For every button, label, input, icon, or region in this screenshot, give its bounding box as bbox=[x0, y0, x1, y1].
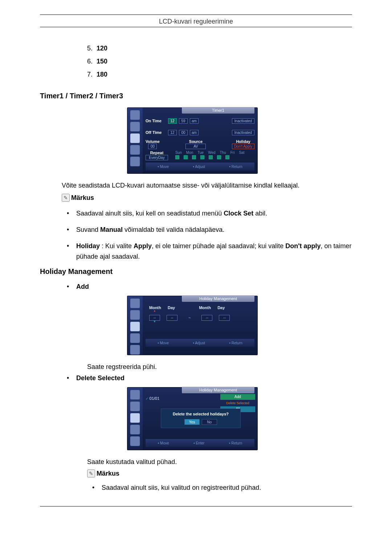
repeat-value: EveryDay bbox=[146, 155, 168, 160]
days-header: Sun Mon Tue Wed Thu Fri Sat bbox=[175, 151, 244, 155]
dialog-yes-button: Yes bbox=[184, 419, 200, 425]
osd-sidebar-item bbox=[130, 345, 140, 355]
arrow-down-icon: ▼ bbox=[149, 321, 160, 323]
confirm-dialog: Delete the selected holidays? Yes No bbox=[161, 409, 241, 428]
holiday-value: Don't Apply bbox=[232, 144, 254, 149]
on-time-ampm: am bbox=[190, 118, 199, 124]
osd-footer-adjust: Adjust bbox=[193, 341, 205, 345]
note-label: Märkus bbox=[97, 470, 119, 477]
month-end-input: -- bbox=[201, 315, 212, 321]
menu-delete-selected: Delete Selected bbox=[220, 400, 255, 406]
on-time-state: Inactivated bbox=[232, 118, 254, 124]
osd-footer-return: Return bbox=[229, 441, 242, 445]
dialog-text: Delete the selected holidays? bbox=[164, 412, 237, 416]
osd-sidebar-item bbox=[130, 110, 140, 120]
holiday-entry: 01/01 bbox=[146, 396, 182, 401]
osd-footer-adjust: Adjust bbox=[193, 165, 205, 169]
source-label: Source bbox=[189, 139, 203, 144]
holiday-label: Holiday bbox=[236, 139, 250, 144]
osd-sidebar-item bbox=[130, 156, 140, 167]
osd-sidebar-item-active bbox=[130, 133, 140, 143]
note-icon: ✎ bbox=[87, 469, 95, 477]
off-time-hour: 12 bbox=[168, 130, 177, 135]
menu-add: Add bbox=[220, 394, 255, 400]
delete-description: Saate kustutada valitud pühad. bbox=[87, 458, 352, 466]
month-header: Month bbox=[199, 305, 211, 310]
osd-footer-return: Return bbox=[229, 341, 242, 345]
timer-description: Võite seadistada LCD-kuvari automaatse s… bbox=[62, 181, 352, 190]
day-header: Day bbox=[217, 305, 225, 310]
off-time-min: 00 bbox=[179, 130, 188, 135]
osd-sidebar-item bbox=[130, 436, 140, 446]
osd-sidebar bbox=[127, 296, 143, 355]
note-item: Holiday : Kui valite Apply, ei ole taime… bbox=[76, 241, 352, 262]
on-time-hour: 12 bbox=[168, 118, 177, 124]
osd-title: Timer1 bbox=[182, 107, 254, 114]
timer-notes-list: Saadaval ainult siis, kui kell on seadis… bbox=[76, 208, 352, 262]
on-time-min: 59 bbox=[179, 118, 188, 124]
osd-sidebar-item bbox=[130, 401, 140, 411]
add-description: Saate regstreerida pühi. bbox=[87, 363, 352, 371]
section-heading-holiday: Holiday Management bbox=[40, 267, 352, 276]
osd-title: Holiday Management bbox=[182, 387, 254, 393]
prev-numbered-list: 5.120 6.150 7.180 bbox=[87, 42, 352, 81]
holiday-delete-osd-screenshot: Holiday Management 01/01 Add Delete Sele… bbox=[127, 387, 258, 450]
osd-sidebar bbox=[127, 108, 143, 173]
osd-sidebar-item bbox=[130, 298, 140, 308]
list-item: 5.120 bbox=[87, 42, 352, 55]
osd-sidebar-item-active bbox=[130, 413, 140, 423]
note-item: Suvand Manual võimaldab teil valida näda… bbox=[76, 225, 352, 235]
day-header: Day bbox=[168, 305, 175, 310]
osd-sidebar-item bbox=[130, 310, 140, 320]
off-time-ampm: am bbox=[190, 130, 199, 135]
volume-label: Volume bbox=[146, 139, 160, 144]
list-item: 6.150 bbox=[87, 55, 352, 68]
osd-sidebar-item-active bbox=[130, 321, 140, 332]
note-icon: ✎ bbox=[62, 194, 70, 202]
arrow-up-icon: ▲ bbox=[149, 310, 160, 312]
note-item: Saadaval ainult siis, kui valitud on reg… bbox=[102, 484, 352, 492]
source-value: AV bbox=[185, 144, 206, 149]
range-tilde: ~ bbox=[188, 316, 191, 320]
day-end-input: -- bbox=[219, 315, 230, 321]
osd-sidebar-item bbox=[130, 145, 140, 155]
holiday-add-osd-screenshot: Holiday Management Month Day Month Day ▲ bbox=[127, 296, 258, 355]
days-checkboxes bbox=[175, 155, 244, 159]
note-label: Märkus bbox=[71, 194, 94, 202]
osd-sidebar-item bbox=[130, 390, 140, 400]
osd-sidebar-item bbox=[130, 424, 140, 435]
repeat-label: Repeat bbox=[150, 151, 164, 155]
delete-notes-list: Saadaval ainult siis, kui valitud on reg… bbox=[102, 484, 352, 492]
page-header-title: LCD-kuvari reguleerimine bbox=[40, 18, 352, 25]
osd-footer-move: Move bbox=[158, 441, 169, 445]
osd-sidebar bbox=[127, 387, 143, 450]
note-item: Saadaval ainult siis, kui kell on seadis… bbox=[76, 208, 352, 219]
on-time-label: On Time bbox=[146, 119, 166, 123]
osd-footer-enter: Enter bbox=[193, 441, 204, 445]
day-start-input: -- bbox=[167, 315, 177, 321]
osd-footer-move: Move bbox=[158, 341, 169, 345]
off-time-label: Off Time bbox=[146, 130, 166, 135]
osd-sidebar-item bbox=[130, 122, 140, 132]
off-time-state: Inactivated bbox=[232, 130, 254, 135]
delete-selected-heading: Delete Selected bbox=[76, 374, 352, 382]
osd-sidebar-item bbox=[130, 333, 140, 343]
osd-footer-move: Move bbox=[158, 165, 169, 169]
add-heading: Add bbox=[76, 283, 352, 291]
osd-footer-return: Return bbox=[229, 165, 242, 169]
list-item: 7.180 bbox=[87, 68, 352, 81]
timer-osd-screenshot: Timer1 On Time 12 59 am Inactivated Off … bbox=[127, 107, 258, 174]
section-heading-timer: Timer1 / Timer2 / Timer3 bbox=[40, 92, 352, 100]
osd-title: Holiday Management bbox=[182, 295, 254, 302]
volume-value: 00 bbox=[148, 144, 157, 149]
dialog-no-button: No bbox=[202, 419, 217, 425]
